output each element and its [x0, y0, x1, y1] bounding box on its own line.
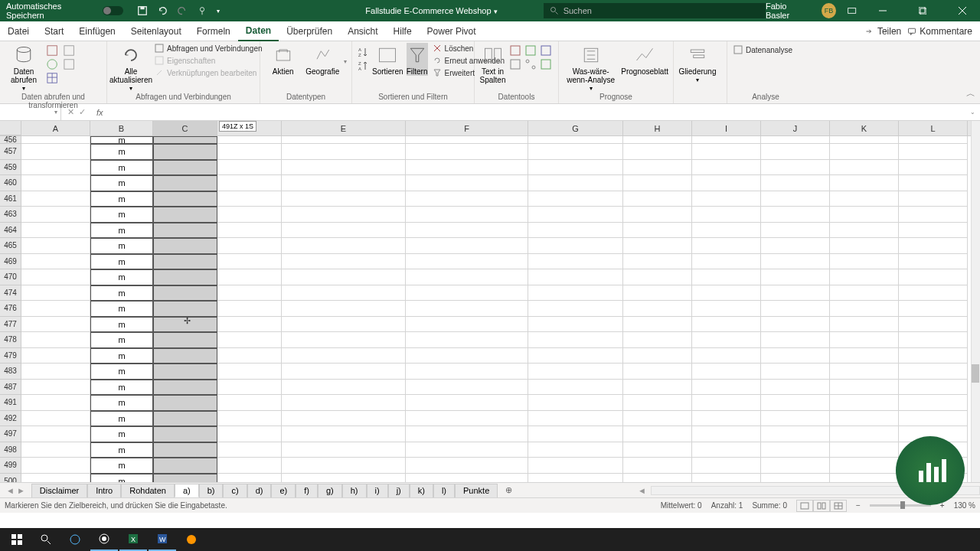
cell[interactable]: [153, 332, 217, 348]
cell[interactable]: [899, 175, 968, 191]
zoom-out-button[interactable]: −: [856, 501, 861, 510]
sheet-tab[interactable]: Rohdaten: [121, 484, 175, 497]
cell[interactable]: [692, 458, 761, 474]
cell[interactable]: [406, 474, 528, 483]
cell[interactable]: [406, 144, 528, 160]
cell[interactable]: [761, 238, 830, 254]
autosave-toggle[interactable]: Automatisches Speichern: [0, 2, 129, 20]
cell[interactable]: [830, 395, 899, 411]
row-header[interactable]: 474: [0, 285, 21, 302]
stocks-button[interactable]: Aktien: [265, 43, 302, 76]
cell[interactable]: m: [90, 411, 153, 427]
cell[interactable]: [761, 395, 830, 411]
start-button[interactable]: [3, 528, 31, 551]
cell[interactable]: [21, 380, 90, 396]
column-header-B[interactable]: B: [90, 121, 153, 135]
sort-za-icon[interactable]: ZA: [357, 60, 369, 72]
cell[interactable]: [217, 254, 282, 270]
cell[interactable]: [528, 458, 623, 474]
row-header[interactable]: 491: [0, 395, 21, 411]
cell[interactable]: [21, 348, 90, 364]
cell[interactable]: [217, 175, 282, 191]
cell[interactable]: [692, 191, 761, 207]
cell[interactable]: [692, 364, 761, 380]
cell[interactable]: [899, 269, 968, 285]
cell[interactable]: [830, 317, 899, 333]
cell[interactable]: [21, 458, 90, 474]
from-table-icon[interactable]: [46, 72, 60, 84]
cell[interactable]: m: [90, 223, 153, 239]
row-header[interactable]: 483: [0, 364, 21, 380]
cell[interactable]: [761, 144, 830, 160]
cell[interactable]: [528, 223, 623, 239]
cell[interactable]: [21, 411, 90, 427]
select-all-corner[interactable]: [0, 121, 21, 135]
cell[interactable]: [692, 144, 761, 160]
cell[interactable]: [406, 348, 528, 364]
cell[interactable]: [623, 136, 692, 144]
share-button[interactable]: Teilen: [865, 26, 901, 37]
cell[interactable]: [830, 175, 899, 191]
zoom-level[interactable]: 130 %: [954, 501, 975, 510]
cell[interactable]: [830, 207, 899, 223]
cell[interactable]: [528, 191, 623, 207]
cell[interactable]: [528, 332, 623, 348]
cell[interactable]: m: [90, 426, 153, 442]
cell[interactable]: [899, 395, 968, 411]
cell[interactable]: [282, 458, 406, 474]
cell[interactable]: [217, 207, 282, 223]
cell[interactable]: [153, 395, 217, 411]
cell[interactable]: [830, 458, 899, 474]
data-model-icon[interactable]: [540, 58, 552, 70]
cell[interactable]: [153, 474, 217, 483]
cell[interactable]: [692, 175, 761, 191]
cell[interactable]: [406, 269, 528, 285]
cell[interactable]: [830, 411, 899, 427]
cell[interactable]: m: [90, 136, 153, 144]
cell[interactable]: [153, 223, 217, 239]
cell[interactable]: [406, 160, 528, 176]
column-header-G[interactable]: G: [528, 121, 623, 135]
cell[interactable]: [217, 364, 282, 380]
row-header[interactable]: 492: [0, 411, 21, 427]
cell[interactable]: [153, 285, 217, 302]
cell[interactable]: [217, 317, 282, 333]
cell[interactable]: [623, 395, 692, 411]
cell[interactable]: [623, 285, 692, 302]
cell[interactable]: [406, 301, 528, 317]
tab-start[interactable]: Start: [37, 21, 71, 41]
tab-überprüfen[interactable]: Überprüfen: [279, 21, 340, 41]
cell[interactable]: [528, 395, 623, 411]
page-layout-button[interactable]: [813, 500, 830, 512]
cell[interactable]: [528, 411, 623, 427]
cell[interactable]: [899, 160, 968, 176]
search-box[interactable]: Suchen: [544, 3, 766, 18]
cell[interactable]: m: [90, 238, 153, 254]
cell[interactable]: [528, 380, 623, 396]
column-header-J[interactable]: J: [761, 121, 830, 135]
data-analysis-button[interactable]: Datenanalyse: [732, 44, 794, 55]
cell[interactable]: [830, 332, 899, 348]
cell[interactable]: [899, 301, 968, 317]
cell[interactable]: [830, 285, 899, 302]
datatype-expand-icon[interactable]: ▾: [344, 43, 347, 65]
sheet-tab[interactable]: e): [271, 484, 296, 497]
cell[interactable]: [406, 317, 528, 333]
cell[interactable]: [528, 426, 623, 442]
sheet-tab[interactable]: c): [223, 484, 247, 497]
cell[interactable]: [899, 207, 968, 223]
cell[interactable]: [217, 223, 282, 239]
cell[interactable]: [282, 301, 406, 317]
queries-button[interactable]: Abfragen und Verbindungen: [153, 43, 264, 54]
cell[interactable]: [623, 175, 692, 191]
cell[interactable]: [623, 458, 692, 474]
sheet-tab[interactable]: h): [342, 484, 367, 497]
cell[interactable]: [21, 191, 90, 207]
redo-icon[interactable]: [177, 5, 188, 16]
cell[interactable]: [406, 254, 528, 270]
touch-icon[interactable]: [197, 5, 207, 16]
row-header[interactable]: 459: [0, 160, 21, 176]
cell[interactable]: [21, 238, 90, 254]
row-header[interactable]: 464: [0, 223, 21, 239]
cell[interactable]: [217, 191, 282, 207]
